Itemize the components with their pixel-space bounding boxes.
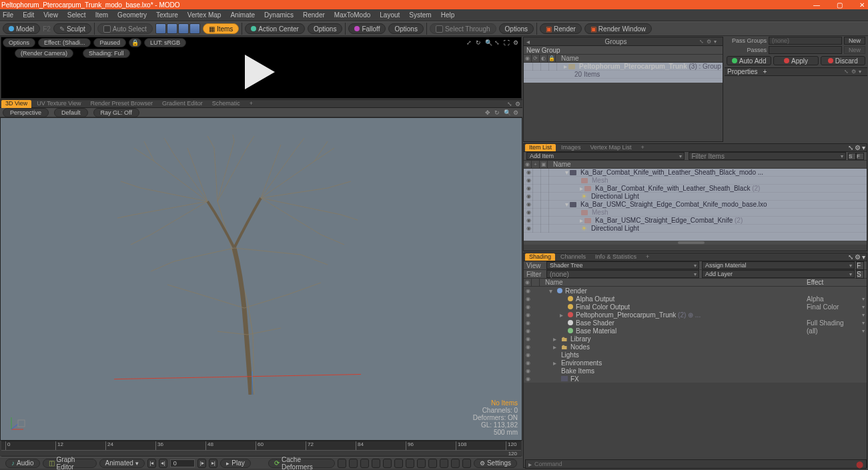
add-layer-dropdown[interactable]: Add Layer <box>702 270 855 278</box>
t-icon-9[interactable] <box>428 459 437 468</box>
preview-options[interactable]: Options <box>3 38 35 47</box>
menu-render[interactable]: Render <box>303 11 325 19</box>
item-row[interactable]: ◉▾Ka_Bar_Combat_Knife_with_Leather_Sheat… <box>524 169 867 177</box>
itemlist-tab-vertex-map-list[interactable]: Vertex Map List <box>586 144 636 151</box>
command-input[interactable] <box>534 461 853 467</box>
eye-icon[interactable]: ◉ <box>524 55 532 63</box>
preview-lut[interactable]: LUT: sRGB <box>144 38 186 47</box>
shader-row[interactable]: ◉FX <box>524 375 867 383</box>
shader-row[interactable]: ◉Final Color OutputFinal Color▾ <box>524 303 867 311</box>
viewtab-render-preset-browser[interactable]: Render Preset Browser <box>87 100 157 108</box>
assign-material-dropdown[interactable]: Assign Material <box>702 261 855 269</box>
model-mode-button[interactable]: Model <box>3 23 40 34</box>
passes-field[interactable] <box>769 46 842 54</box>
select-mode-icon-1[interactable] <box>155 23 166 34</box>
preview-effect[interactable]: Effect: (Shadi... <box>38 38 91 47</box>
preview-lock-icon[interactable]: 🔒 <box>129 38 141 47</box>
shader-row[interactable]: ◉▸🖿Library <box>524 335 867 343</box>
shader-row[interactable]: ◉Alpha OutputAlpha▾ <box>524 295 867 303</box>
viewtab-gear-icon[interactable]: ⚙ <box>515 101 521 107</box>
viewtab-gradient-editor[interactable]: Gradient Editor <box>158 100 207 108</box>
shader-row[interactable]: ◉▸Peltophorum_Pterocarpum_Trunk (2) ⊕ ..… <box>524 311 867 319</box>
action-center-button[interactable]: Action Center <box>245 23 305 34</box>
viewtab-max-icon[interactable]: ⤡ <box>507 101 513 107</box>
group-item-row[interactable]: ▸Peltophorum_Pterocarpum_Trunk (3) : Gro… <box>524 63 723 71</box>
shading-tab-channels[interactable]: Channels <box>556 253 590 261</box>
options-button-3[interactable]: Options <box>499 23 534 34</box>
menu-file[interactable]: File <box>3 11 13 19</box>
pass-new-button[interactable]: New <box>844 46 865 54</box>
sculpt-mode-button[interactable]: ✎Sculpt <box>53 23 91 34</box>
graph-editor-button[interactable]: ◫Graph Editor <box>43 459 97 468</box>
item-row[interactable]: ◉▸Ka_Bar_USMC_Straight_Edge_Combat_Knife… <box>524 217 867 225</box>
menu-edit[interactable]: Edit <box>23 11 34 19</box>
auto-add-button[interactable]: Auto Add <box>727 56 771 65</box>
raygl-toggle[interactable]: Ray GL: Off <box>93 108 139 117</box>
preview-icon-3[interactable]: 🔍 <box>485 39 492 46</box>
step-fwd-button[interactable]: |▸ <box>197 459 206 468</box>
3d-viewport[interactable]: No Items Channels: 0 Deformers: ON GL: 1… <box>0 117 522 441</box>
options-button-2[interactable]: Options <box>388 23 423 34</box>
play-button[interactable]: ▸ Play <box>220 459 250 468</box>
shading-tab-info---statistics[interactable]: Info & Statistics <box>591 253 640 261</box>
axis-gizmo[interactable] <box>9 415 26 432</box>
items-mode-button[interactable]: ▦Items <box>203 23 239 34</box>
preview-icon-5[interactable]: ⛶ <box>504 39 510 46</box>
preview-icon-2[interactable]: ↻ <box>476 39 482 46</box>
current-frame-field[interactable]: 0 <box>170 459 195 467</box>
pass-groups-field[interactable]: (none) <box>769 37 842 45</box>
menu-help[interactable]: Help <box>441 11 455 19</box>
groups-close-icon[interactable]: ▾ <box>714 39 720 45</box>
render-window-button[interactable]: ▣Render Window <box>584 23 652 34</box>
settings-button[interactable]: ⚙ Settings <box>474 459 517 468</box>
preview-gear-icon[interactable]: ⚙ <box>513 39 520 46</box>
options-button-1[interactable]: Options <box>308 23 342 34</box>
t-icon-10[interactable] <box>440 459 448 468</box>
goto-start-button[interactable]: |◂ <box>147 459 156 468</box>
add-item-dropdown[interactable]: Add Item <box>526 152 685 160</box>
shader-row[interactable]: ◉▸Environments <box>524 359 867 367</box>
preview-icon-4[interactable]: ⤡ <box>494 39 501 46</box>
shader-row[interactable]: ◉Base ShaderFull Shading▾ <box>524 319 867 327</box>
animated-filter[interactable]: Animated ▾ <box>99 459 145 468</box>
shader-row[interactable]: ◉▸🖿Nodes <box>524 343 867 351</box>
vp-zoom-icon[interactable]: 🔍 <box>504 109 510 116</box>
filter-items-field[interactable]: Filter Items <box>689 152 847 160</box>
menu-dynamics[interactable]: Dynamics <box>264 11 294 19</box>
item-row[interactable]: ◉☀Directional Light <box>524 193 867 201</box>
shader-filter-dropdown[interactable]: (none) <box>546 270 699 278</box>
menu-item[interactable]: Item <box>95 11 108 19</box>
t-icon-2[interactable] <box>349 459 358 468</box>
properties-header[interactable]: Properties+⤡⚙▾ <box>725 67 867 76</box>
menu-vertex-map[interactable]: Vertex Map <box>187 11 222 19</box>
vp-gear-icon[interactable]: ⚙ <box>513 109 520 116</box>
viewtab-add[interactable]: + <box>246 100 257 108</box>
viewtab-schematic[interactable]: Schematic <box>208 100 244 108</box>
cache-deformers-button[interactable]: ⟳Cache Deformers <box>268 459 335 468</box>
menu-geometry[interactable]: Geometry <box>117 11 147 19</box>
itemlist-scrollbar[interactable] <box>678 241 705 244</box>
t-icon-5[interactable] <box>383 459 392 468</box>
maximize-button[interactable]: ▢ <box>835 1 844 9</box>
command-bar[interactable]: ▸ ⬤ <box>525 459 867 469</box>
render-button[interactable]: ▣Render <box>540 23 582 34</box>
shader-row[interactable]: ◉▾Render <box>524 287 867 295</box>
t-icon-7[interactable] <box>406 459 414 468</box>
default-dropdown[interactable]: Default <box>54 108 88 117</box>
command-record-icon[interactable]: ⬤ <box>856 461 863 468</box>
step-back-button[interactable]: ◂| <box>159 459 167 468</box>
item-row[interactable]: ◉Mesh <box>524 209 867 217</box>
item-row[interactable]: ◉▾Ka_Bar_USMC_Straight_Edge_Combat_Knife… <box>524 201 867 209</box>
shader-view-dropdown[interactable]: Shader Tree <box>546 261 699 269</box>
timeline[interactable]: 01224364860728496108120 120 <box>1 441 521 457</box>
auto-select-button[interactable]: Auto Select <box>97 23 153 34</box>
groups-gear-icon[interactable]: ⚙ <box>707 39 713 45</box>
close-button[interactable]: ✕ <box>857 1 867 9</box>
new-group-button[interactable]: New Group <box>526 47 560 54</box>
menu-view[interactable]: View <box>43 11 58 19</box>
vp-move-icon[interactable]: ✥ <box>485 109 492 116</box>
goto-end-button[interactable]: ▸| <box>209 459 218 468</box>
viewtab-3d-view[interactable]: 3D View <box>1 100 31 108</box>
shader-row[interactable]: ◉Base Material(all)▾ <box>524 327 867 335</box>
item-row[interactable]: ◉▸Ka_Bar_Combat_Knife_with_Leather_Sheat… <box>524 185 867 193</box>
